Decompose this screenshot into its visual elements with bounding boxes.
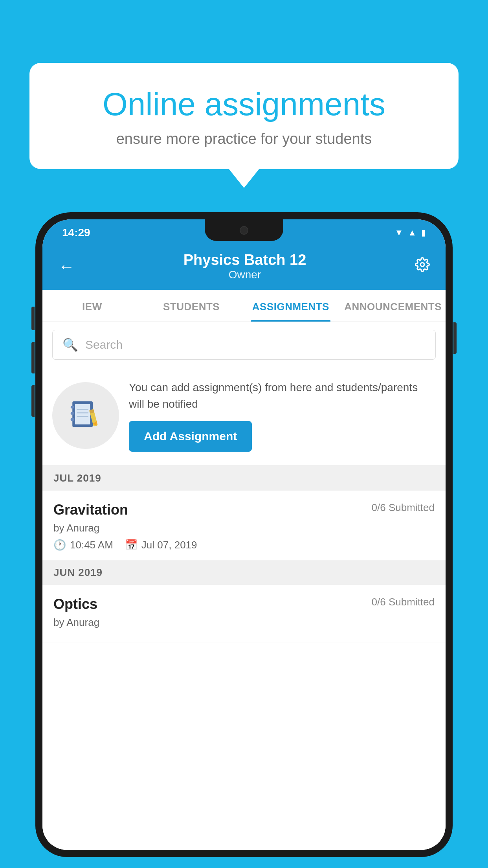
content-area: 🔍 Search: [42, 322, 446, 850]
phone-volume-up-button: [31, 307, 35, 330]
header-title-block: Physics Batch 12 Owner: [75, 252, 415, 281]
status-icons: ▼ ▲ ▮: [394, 228, 426, 238]
svg-rect-4: [71, 418, 74, 421]
search-placeholder: Search: [85, 338, 123, 351]
tab-iew[interactable]: IEW: [42, 290, 142, 322]
phone-screen: 14:29 ▼ ▲ ▮ ← Physics Batch 12 Owner: [42, 219, 446, 850]
back-button[interactable]: ←: [58, 257, 75, 276]
assignment-date-gravitation: Jul 07, 2019: [141, 539, 197, 551]
meta-date-gravitation: 📅 Jul 07, 2019: [125, 539, 197, 551]
tab-students[interactable]: STUDENTS: [142, 290, 241, 322]
tabs-bar: IEW STUDENTS ASSIGNMENTS ANNOUNCEMENTS: [42, 290, 446, 322]
assignment-author-gravitation: by Anurag: [53, 522, 435, 534]
status-time: 14:29: [62, 226, 90, 239]
search-icon: 🔍: [62, 337, 78, 352]
section-header-jul: JUL 2019: [42, 466, 446, 491]
phone-notch: [205, 219, 283, 241]
speech-bubble-heading: Online assignments: [57, 86, 431, 122]
assignment-name-gravitation: Gravitation: [53, 502, 128, 518]
assignment-time-gravitation: 10:45 AM: [70, 539, 113, 551]
search-bar-container: 🔍 Search: [42, 322, 446, 368]
svg-rect-3: [71, 412, 74, 415]
tab-announcements[interactable]: ANNOUNCEMENTS: [340, 290, 446, 322]
tab-assignments[interactable]: ASSIGNMENTS: [241, 290, 341, 322]
assignment-name-optics: Optics: [53, 596, 97, 612]
battery-icon: ▮: [421, 228, 426, 238]
assignment-meta-gravitation: 🕐 10:45 AM 📅 Jul 07, 2019: [53, 539, 435, 551]
speech-bubble-subtext: ensure more practice for your students: [57, 131, 431, 147]
section-header-jun: JUN 2019: [42, 560, 446, 585]
phone-camera: [240, 226, 248, 235]
phone-frame: 14:29 ▼ ▲ ▮ ← Physics Batch 12 Owner: [35, 212, 453, 868]
promo-description: You can add assignment(s) from here and …: [129, 379, 436, 412]
assignment-top: Gravitation 0/6 Submitted: [53, 502, 435, 518]
assignment-author-optics: by Anurag: [53, 616, 435, 629]
signal-icon: ▲: [408, 228, 416, 238]
svg-rect-2: [71, 406, 74, 408]
calendar-icon: 📅: [125, 539, 138, 551]
add-assignment-promo: You can add assignment(s) from here and …: [42, 368, 446, 466]
speech-bubble-container: Online assignments ensure more practice …: [29, 63, 459, 169]
promo-icon-circle: [52, 382, 119, 449]
phone-outer: 14:29 ▼ ▲ ▮ ← Physics Batch 12 Owner: [35, 212, 453, 857]
svg-point-0: [420, 263, 424, 267]
meta-time-gravitation: 🕐 10:45 AM: [53, 539, 113, 551]
clock-icon: 🕐: [53, 539, 66, 551]
phone-power-button: [453, 322, 457, 354]
settings-icon[interactable]: [415, 257, 430, 276]
app-header: ← Physics Batch 12 Owner: [42, 244, 446, 290]
wifi-icon: ▼: [394, 228, 403, 238]
assignment-item-gravitation[interactable]: Gravitation 0/6 Submitted by Anurag 🕐 10…: [42, 491, 446, 560]
assignment-submitted-gravitation: 0/6 Submitted: [372, 502, 435, 514]
phone-volume-down-button: [31, 342, 35, 373]
header-title: Physics Batch 12: [75, 252, 415, 268]
svg-rect-5: [75, 404, 90, 425]
add-assignment-button[interactable]: Add Assignment: [129, 421, 252, 452]
phone-silent-button: [31, 385, 35, 417]
speech-bubble: Online assignments ensure more practice …: [29, 63, 459, 169]
search-input-wrap[interactable]: 🔍 Search: [52, 330, 436, 360]
assignment-top-optics: Optics 0/6 Submitted: [53, 596, 435, 612]
header-subtitle: Owner: [75, 268, 415, 281]
assignment-item-optics[interactable]: Optics 0/6 Submitted by Anurag: [42, 585, 446, 642]
assignment-submitted-optics: 0/6 Submitted: [372, 596, 435, 608]
promo-right: You can add assignment(s) from here and …: [129, 379, 436, 452]
